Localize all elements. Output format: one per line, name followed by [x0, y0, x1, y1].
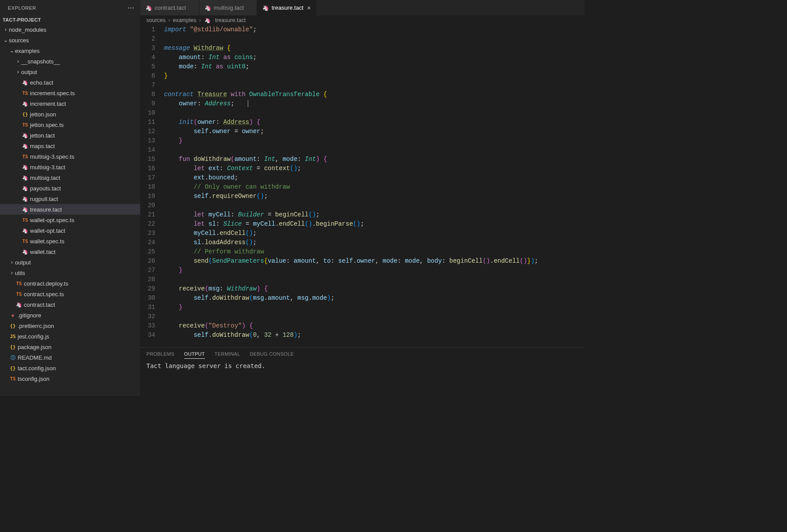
file-item[interactable]: TSincrement.spec.ts	[0, 88, 140, 98]
tree-item-label: __snapshots__	[21, 57, 60, 66]
panel-tab[interactable]: OUTPUT	[184, 351, 205, 359]
tree-item-label: output	[21, 68, 37, 76]
file-item[interactable]: ◈.gitignore	[0, 310, 140, 320]
code-line[interactable]: // Only owner can withdraw	[164, 182, 585, 192]
panel-tab[interactable]: PROBLEMS	[146, 351, 175, 359]
file-item[interactable]: TStsconfig.json	[0, 373, 140, 384]
file-item[interactable]: TSwallet.spec.ts	[0, 236, 140, 246]
tact-file-icon: 🦄	[21, 78, 29, 87]
tree-item-label: wallet.spec.ts	[30, 237, 64, 246]
code-line[interactable]: self.owner = owner;	[164, 127, 585, 136]
file-item[interactable]: 🦄rugpull.tact	[0, 193, 140, 204]
code-line[interactable]: }	[164, 71, 585, 81]
code-line[interactable]: init(owner: Address) {	[164, 118, 585, 127]
tact-file-icon: 🦄	[21, 184, 29, 193]
code-line[interactable]: receive(msg: Withdraw) {	[164, 284, 585, 294]
file-item[interactable]: TSjetton.spec.ts	[0, 119, 140, 130]
file-item[interactable]: TSmultisig-3.spec.ts	[0, 151, 140, 162]
file-item[interactable]: {}jetton.json	[0, 109, 140, 119]
folder-item[interactable]: ›utils	[0, 268, 140, 278]
file-item[interactable]: 🦄wallet-opt.tact	[0, 225, 140, 236]
code-line[interactable]: }	[164, 266, 585, 275]
code-line[interactable]: mode: Int as uint8;	[164, 62, 585, 71]
code-line[interactable]: }	[164, 136, 585, 145]
file-item[interactable]: TSwallet-opt.spec.ts	[0, 215, 140, 225]
explorer-more-icon[interactable]: ⋯	[127, 4, 135, 12]
file-item[interactable]: 🦄multisig.tact	[0, 172, 140, 183]
code-line[interactable]: let ext: Context = context();	[164, 164, 585, 173]
code-line[interactable]: let myCell: Builder = beginCell();	[164, 210, 585, 219]
file-item[interactable]: 🦄echo.tact	[0, 77, 140, 88]
file-item[interactable]: 🦄contract.tact	[0, 299, 140, 310]
code-line[interactable]	[164, 275, 585, 284]
file-item[interactable]: {}tact.config.json	[0, 363, 140, 373]
code-line[interactable]: myCell.endCell();	[164, 229, 585, 238]
code-line[interactable]: self.requireOwner();	[164, 192, 585, 201]
code-line[interactable]	[164, 108, 585, 118]
file-item[interactable]: {}.prettierrc.json	[0, 320, 140, 331]
tact-file-icon: 🦄	[205, 5, 211, 11]
editor-tab[interactable]: 🦄multisig.tact×	[199, 0, 257, 15]
tree-item-label: .prettierrc.json	[18, 322, 54, 330]
code-line[interactable]: sl.loadAddress();	[164, 238, 585, 247]
code-line[interactable]: ext.bounced;	[164, 173, 585, 182]
breadcrumb-segment[interactable]: examples	[173, 17, 197, 23]
file-item[interactable]: 🦄payouts.tact	[0, 183, 140, 193]
panel-tab[interactable]: DEBUG CONSOLE	[250, 351, 294, 359]
folder-item[interactable]: ›output	[0, 257, 140, 268]
editor-tab[interactable]: 🦄contract.tact×	[140, 0, 199, 15]
code-line[interactable]: self.doWithdraw(msg.amount, msg.mode);	[164, 294, 585, 303]
code-line[interactable]: message Withdraw {	[164, 44, 585, 53]
tact-file-icon: 🦄	[21, 163, 29, 171]
code-line[interactable]: contract Treasure with OwnableTransferab…	[164, 90, 585, 99]
file-item[interactable]: 🦄treasure.tact	[0, 204, 140, 215]
folder-item[interactable]: ⌄sources	[0, 35, 140, 45]
code-line[interactable]: fun doWithdraw(amount: Int, mode: Int) {	[164, 155, 585, 164]
code-line[interactable]: receive("Destroy") {	[164, 321, 585, 331]
folder-item[interactable]: ›node_modules	[0, 24, 140, 35]
file-tree[interactable]: ›node_modules⌄sources⌄examples›__snapsho…	[0, 24, 140, 396]
tree-item-label: multisig-3.tact	[30, 163, 65, 171]
code-line[interactable]: send(SendParameters{value: amount, to: s…	[164, 257, 585, 266]
code-editor[interactable]: 1234567891011121314151617181920212223242…	[140, 25, 585, 347]
code-line[interactable]: owner: Address;	[164, 99, 585, 108]
chevron-icon: ›	[9, 269, 15, 277]
code-line[interactable]: amount: Int as coins;	[164, 53, 585, 62]
file-item[interactable]: JSjest.config.js	[0, 331, 140, 342]
code-line[interactable]	[164, 34, 585, 44]
code-lines[interactable]: import "@stdlib/ownable";message Withdra…	[164, 25, 585, 347]
code-line[interactable]	[164, 201, 585, 210]
code-line[interactable]: import "@stdlib/ownable";	[164, 25, 585, 34]
file-item[interactable]: 🦄increment.tact	[0, 98, 140, 109]
file-item[interactable]: 🦄wallet.tact	[0, 246, 140, 257]
editor-tab[interactable]: 🦄treasure.tact×	[257, 0, 317, 15]
chevron-icon: ⌄	[9, 47, 15, 55]
tree-item-label: jetton.tact	[30, 131, 55, 140]
file-item[interactable]: ⓘREADME.md	[0, 352, 140, 363]
tact-file-icon: 🦄	[21, 227, 29, 235]
code-line[interactable]	[164, 312, 585, 321]
file-item[interactable]: 🦄multisig-3.tact	[0, 162, 140, 172]
folder-item[interactable]: ›output	[0, 67, 140, 77]
code-line[interactable]	[164, 145, 585, 155]
code-line[interactable]: // Perform withdraw	[164, 247, 585, 257]
panel-tab[interactable]: TERMINAL	[215, 351, 240, 359]
code-line[interactable]: self.doWithdraw(0, 32 + 128);	[164, 331, 585, 340]
breadcrumb-segment[interactable]: treasure.tact	[215, 17, 246, 23]
tree-item-label: examples	[15, 47, 40, 55]
code-line[interactable]: let sl: Slice = myCell.endCell().beginPa…	[164, 219, 585, 229]
code-line[interactable]: }	[164, 303, 585, 312]
json-file-icon: {}	[9, 322, 17, 330]
folder-item[interactable]: ⌄examples	[0, 45, 140, 56]
project-title[interactable]: TACT-PROJECT	[0, 15, 140, 24]
file-item[interactable]: TScontract.spec.ts	[0, 289, 140, 299]
file-item[interactable]: 🦄maps.tact	[0, 141, 140, 151]
close-icon[interactable]: ×	[307, 4, 311, 11]
code-line[interactable]	[164, 81, 585, 90]
file-item[interactable]: TScontract.deploy.ts	[0, 278, 140, 289]
file-item[interactable]: 🦄jetton.tact	[0, 130, 140, 141]
file-item[interactable]: {}package.json	[0, 342, 140, 352]
folder-item[interactable]: ›__snapshots__	[0, 56, 140, 67]
breadcrumb[interactable]: sources›examples›🦄treasure.tact	[140, 15, 585, 25]
breadcrumb-segment[interactable]: sources	[146, 17, 166, 23]
